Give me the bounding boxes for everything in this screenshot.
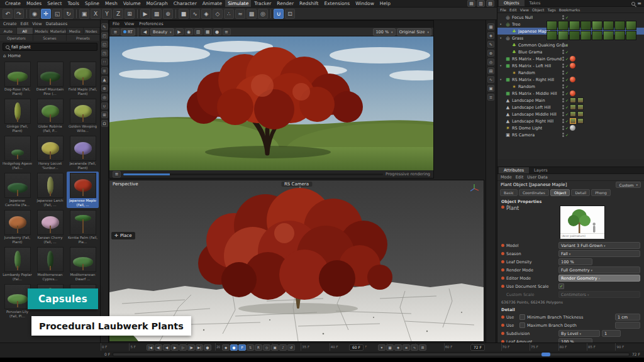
simulation-icon[interactable]: ≈	[235, 9, 245, 19]
tab-media[interactable]: Media	[67, 28, 84, 34]
plant-item-lombardy-poplar-fal[interactable]: Lombardy Poplar (Fal...	[1, 246, 33, 282]
visibility-dots-icon[interactable]	[562, 57, 564, 61]
enabled-check-icon[interactable]: ✓	[565, 57, 569, 61]
snap-settings-icon[interactable]: ∪	[101, 102, 108, 109]
object-row-rs-matrix-right-hill[interactable]: ▾▦RS Matrix - Right Hill✓	[497, 76, 644, 83]
clay-render-icon[interactable]: ●	[213, 28, 221, 35]
ab-menu-view[interactable]: View	[32, 21, 42, 26]
size-dropdown[interactable]: Original Size▾	[397, 28, 431, 36]
model-dropdown[interactable]: Variant 3 Full-Grown▾	[558, 242, 640, 249]
tab-presets[interactable]: Presets	[67, 35, 100, 41]
goto-end-icon[interactable]: ▶|	[196, 344, 203, 351]
prev-key-icon[interactable]: ◀|	[155, 344, 162, 351]
snapshot-icon[interactable]: ◉	[185, 28, 193, 35]
visibility-dots-icon[interactable]	[562, 84, 564, 89]
enabled-check-icon[interactable]: ✓	[565, 63, 569, 68]
enabled-check-icon[interactable]: ✓	[565, 112, 569, 116]
play-icon[interactable]: ▶	[171, 344, 179, 351]
visibility-dots-icon[interactable]	[562, 15, 564, 19]
visibility-dots-icon[interactable]	[562, 70, 564, 75]
range-end-field[interactable]: 72 F	[470, 344, 485, 351]
texture-tag[interactable]	[577, 97, 584, 103]
enabled-check-icon[interactable]: ✓	[565, 15, 569, 19]
compare-icon[interactable]: ▥	[194, 28, 203, 35]
plant-item-field-maple-fall-plant[interactable]: Field Maple (Fall, Plant)	[67, 60, 99, 97]
tab-auto[interactable]: Auto	[0, 28, 17, 34]
visibility-dots-icon[interactable]	[562, 91, 564, 96]
expand-arrow-icon[interactable]: ▾	[500, 23, 504, 26]
scale-icon[interactable]: ◱	[52, 9, 62, 19]
aov-icon[interactable]: ≡	[223, 28, 231, 35]
object-row-landscape-main[interactable]: ▲Landscape Main✓	[497, 97, 644, 104]
breadcrumb[interactable]: ⌂ Home	[0, 53, 100, 59]
side-tool-icon-4[interactable]: ⊕	[487, 50, 494, 57]
tab-nodes[interactable]: Nodes	[84, 28, 101, 34]
goto-start-icon[interactable]: |◀	[147, 344, 154, 351]
leaf-material-tag[interactable]	[558, 31, 569, 40]
make-editable-icon[interactable]: ✎	[101, 23, 108, 30]
keyframe-dot[interactable]	[501, 277, 504, 280]
ab-menu-create[interactable]: Create	[3, 21, 17, 26]
texture-tag[interactable]	[570, 111, 576, 117]
coordinate-system-icon[interactable]: ⊞	[125, 9, 135, 19]
timeline-option-4-icon[interactable]: ≡	[402, 344, 410, 351]
texture-tag[interactable]	[570, 118, 576, 124]
points-mode-icon[interactable]: ∷	[101, 58, 108, 65]
redshift-material-tag[interactable]	[570, 90, 575, 96]
plant-item-mediterranean-dwarf[interactable]: Mediterranean Dwarf ...	[67, 246, 99, 282]
tab-layers[interactable]: Layers	[529, 167, 553, 173]
object-row-rs-camera[interactable]: ▣RS Camera✓	[497, 131, 644, 138]
pass-dropdown[interactable]: Beauty▾	[150, 28, 174, 36]
expand-arrow-icon[interactable]: ▾	[500, 36, 504, 40]
leaf-material-tag[interactable]	[580, 21, 591, 30]
plant-item-hedgehog-agave-fall[interactable]: Hedgehog Agave (Fall...	[1, 134, 33, 171]
am-menu-user-data[interactable]: User Data	[527, 175, 547, 180]
object-row-landscape-right-hill[interactable]: ▲Landscape Right Hill✓	[497, 118, 644, 124]
enabled-check-icon[interactable]: ✓	[565, 91, 569, 96]
y-axis-lock-icon[interactable]: Y	[102, 9, 112, 19]
menu-create[interactable]: Create	[3, 0, 23, 7]
plant-item-kanzan-cherry-fall[interactable]: Kanzan Cherry (Fall, ...	[34, 209, 66, 245]
texture-mode-icon[interactable]: ◱	[101, 41, 108, 48]
record-icon[interactable]: ●	[204, 344, 211, 351]
record-pla-icon[interactable]: ▣	[271, 344, 279, 351]
x-axis-lock-icon[interactable]: X	[91, 9, 101, 19]
object-row-landscape-middle-hill[interactable]: ▲Landscape Middle Hill✓	[497, 111, 644, 118]
tab-basic[interactable]: Basic	[500, 189, 518, 196]
last-tool-icon[interactable]: ▣	[79, 9, 89, 19]
leaf-material-tag[interactable]	[614, 31, 625, 40]
visibility-dots-icon[interactable]	[562, 119, 564, 123]
object-row-blue-grama[interactable]: ♣Blue Grama✓	[497, 48, 644, 55]
zoom-dropdown[interactable]: 100 %▾	[373, 28, 395, 36]
workplane-icon[interactable]: ⊡	[285, 9, 295, 19]
add-generator-icon[interactable]: ◈	[201, 9, 211, 19]
next-key-icon[interactable]: |▶	[187, 344, 195, 351]
visibility-dots-icon[interactable]	[562, 98, 564, 102]
maximum-branch-depth-checkbox[interactable]	[519, 322, 525, 328]
menu-modes[interactable]: Modes	[24, 0, 44, 7]
search-input[interactable]	[11, 45, 94, 50]
enabled-check-icon[interactable]: ✓	[565, 77, 569, 82]
next-pass-icon[interactable]: ▶	[175, 28, 184, 35]
live-selection-icon[interactable]: ◉	[30, 9, 40, 19]
leaf-material-tag[interactable]	[547, 31, 557, 40]
record-scale-icon[interactable]: S	[247, 344, 254, 351]
menu-mesh[interactable]: Mesh	[103, 0, 120, 7]
layout-grid-icon[interactable]: ▧	[486, 0, 494, 7]
plant-item-golden-weeping-willo[interactable]: Golden Weeping Willo...	[67, 97, 99, 134]
leaf-amount-field[interactable]: 100 %	[558, 338, 592, 343]
status-menu-icon[interactable]: ≡	[113, 171, 121, 178]
enable-axis-icon[interactable]: ⊕	[101, 85, 108, 92]
subdivision-field[interactable]: 1	[602, 330, 621, 337]
texture-tag[interactable]	[577, 111, 584, 117]
am-menu-edit[interactable]: Edit	[516, 175, 524, 180]
record-rotation-icon[interactable]: R	[255, 344, 262, 351]
menu-redshift[interactable]: Redshift	[297, 0, 321, 7]
visibility-dots-icon[interactable]	[562, 112, 564, 116]
texture-tag[interactable]	[577, 118, 584, 124]
enabled-check-icon[interactable]: ✓	[565, 105, 569, 109]
enabled-check-icon[interactable]: ✓	[565, 98, 569, 102]
object-row-focus-null[interactable]: ◎Focus Null✓	[497, 14, 644, 21]
plant-item-mediterranean-cypres[interactable]: Mediterranean Cypres...	[34, 246, 66, 282]
next-frame-icon[interactable]: ▷	[179, 344, 187, 351]
